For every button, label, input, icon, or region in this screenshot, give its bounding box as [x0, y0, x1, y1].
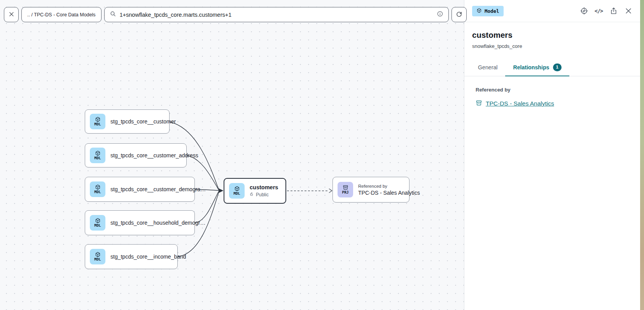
referenced-by-project-label: TPC-DS - Sales Analytics [486, 100, 554, 107]
lineage-search-input[interactable]: 1+snowflake_tpcds_core.marts.customers+1 [104, 7, 449, 22]
node-label: stg_tpcds_core__customer [110, 118, 176, 125]
model-icon: MDL [90, 249, 105, 264]
model-icon: MDL [90, 215, 105, 231]
node-label: stg_tpcds_core__income_band [110, 254, 186, 260]
search-icon [110, 11, 116, 19]
edge-arrowhead [219, 188, 224, 193]
node-text: stg_tpcds_core__income_band [110, 254, 186, 260]
node-stg-tpcds-core-customer-demographics[interactable]: MDLstg_tpcds_core__customer_demogra… [85, 177, 195, 202]
node-label: TPC-DS - Sales Analytics [358, 190, 420, 196]
info-icon[interactable] [437, 11, 443, 19]
tab-relationships[interactable]: Relationships 1 [505, 60, 569, 76]
node-text: customersPublic [250, 184, 278, 197]
node-text: stg_tpcds_core__customer_address [110, 152, 198, 159]
tab-general[interactable]: General [470, 60, 505, 76]
node-stg-tpcds-core-customer[interactable]: MDLstg_tpcds_core__customer [85, 109, 170, 134]
package-name: snowflake_tpcds_core [472, 43, 632, 49]
node-text: Referenced byTPC-DS - Sales Analytics [358, 184, 420, 196]
node-referenced-project[interactable]: PRJReferenced byTPC-DS - Sales Analytics [332, 177, 410, 203]
breadcrumb[interactable]: .. / TPC-DS - Core Data Models [21, 7, 102, 22]
page-title: customers [472, 30, 632, 40]
resource-type-badge: Model [472, 6, 504, 16]
panel-title-block: customers snowflake_tpcds_core [464, 22, 640, 49]
cube-icon [476, 8, 482, 14]
explore-compass-icon[interactable] [579, 7, 588, 16]
close-icon [8, 11, 15, 19]
relationships-content: Referenced by TPC-DS - Sales Analytics [464, 76, 640, 108]
app-root: MDLstg_tpcds_core__customerMDLstg_tpcds_… [0, 0, 644, 310]
refresh-icon [456, 11, 462, 19]
lineage-toolbar: .. / TPC-DS - Core Data Models 1+snowfla… [4, 7, 467, 22]
lock-open-icon [250, 192, 254, 197]
node-label: stg_tpcds_core__customer_address [110, 152, 198, 159]
details-panel: Model </> customers snowflake_tpcds_core [464, 0, 640, 310]
node-customers[interactable]: MDLcustomersPublic [224, 178, 286, 204]
relationships-count-badge: 1 [553, 63, 562, 71]
refresh-button[interactable] [452, 7, 467, 22]
search-query-text: 1+snowflake_tpcds_core.marts.customers+1 [120, 12, 433, 18]
referenced-by-heading: Referenced by [476, 87, 632, 93]
node-label: stg_tpcds_core__household_demogr… [110, 220, 205, 226]
model-icon: MDL [229, 183, 245, 199]
model-icon: MDL [90, 148, 105, 163]
model-icon: MDL [90, 181, 105, 197]
node-access: Public [250, 192, 278, 197]
node-label: stg_tpcds_core__customer_demogra… [110, 186, 206, 192]
code-icon[interactable]: </> [594, 7, 603, 16]
panel-tabs: General Relationships 1 [464, 60, 640, 76]
node-text: stg_tpcds_core__household_demogr… [110, 220, 205, 226]
lineage-edge-3 [195, 192, 219, 223]
node-text: stg_tpcds_core__customer_demogra… [110, 186, 206, 192]
lineage-edges [0, 0, 464, 310]
close-panel-icon[interactable] [624, 7, 633, 16]
node-sublabel: Referenced by [358, 184, 420, 188]
close-lineage-button[interactable] [4, 7, 19, 22]
model-icon: MDL [90, 114, 105, 129]
node-text: stg_tpcds_core__customer [110, 118, 176, 125]
desktop-wallpaper-sliver [640, 0, 644, 310]
node-stg-tpcds-core-customer-address[interactable]: MDLstg_tpcds_core__customer_address [85, 143, 187, 167]
project-icon: PRJ [338, 182, 353, 197]
share-icon[interactable] [609, 7, 618, 16]
project-archive-icon [476, 100, 482, 108]
resource-type-label: Model [485, 8, 499, 14]
breadcrumb-label: .. / TPC-DS - Core Data Models [27, 12, 96, 18]
node-label: customers [250, 184, 278, 190]
panel-header: Model </> [464, 0, 640, 22]
referenced-by-project-link[interactable]: TPC-DS - Sales Analytics [476, 100, 554, 108]
dashed-edge-arrowhead [329, 189, 332, 193]
node-stg-tpcds-core-household-demographics[interactable]: MDLstg_tpcds_core__household_demogr… [85, 210, 195, 235]
lineage-canvas[interactable]: MDLstg_tpcds_core__customerMDLstg_tpcds_… [0, 0, 464, 310]
panel-header-actions: </> [579, 7, 633, 16]
node-stg-tpcds-core-income-band[interactable]: MDLstg_tpcds_core__income_band [85, 244, 178, 269]
